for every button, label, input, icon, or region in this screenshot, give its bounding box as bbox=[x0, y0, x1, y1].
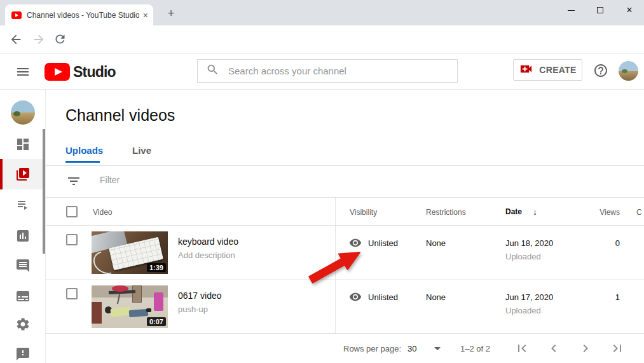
next-page-button[interactable] bbox=[578, 341, 593, 356]
settings-gear-icon bbox=[15, 317, 31, 332]
column-header-comments-clipped[interactable]: C bbox=[636, 208, 642, 217]
maximize-button[interactable] bbox=[586, 0, 615, 20]
thumbnail-suitcase-shape bbox=[154, 292, 163, 311]
youtube-favicon-icon bbox=[11, 11, 22, 19]
window-controls: × bbox=[556, 0, 644, 25]
visibility-value[interactable]: Unlisted bbox=[368, 292, 398, 302]
last-page-button[interactable] bbox=[610, 341, 625, 356]
thumbnail-door-shape bbox=[132, 285, 142, 303]
select-all-checkbox[interactable] bbox=[66, 206, 78, 217]
date-type: Uploaded bbox=[505, 252, 541, 261]
window-titlebar: Channel videos - YouTube Studio × + × bbox=[0, 0, 644, 25]
sidebar-item-analytics[interactable] bbox=[0, 221, 45, 251]
row-checkbox[interactable] bbox=[66, 288, 78, 299]
search-input[interactable] bbox=[228, 65, 449, 76]
create-label: CREATE bbox=[539, 65, 576, 75]
row-checkbox[interactable] bbox=[66, 234, 78, 245]
maximize-icon bbox=[597, 7, 603, 13]
create-button[interactable]: CREATE bbox=[513, 59, 582, 81]
date-type: Uploaded bbox=[505, 306, 541, 315]
account-avatar[interactable] bbox=[619, 61, 638, 81]
rows-per-page-select[interactable]: 30 bbox=[408, 344, 416, 353]
browser-tab[interactable]: Channel videos - YouTube Studio × bbox=[5, 4, 153, 25]
logo-text: Studio bbox=[73, 64, 116, 81]
studio-header: Studio CREATE bbox=[0, 54, 644, 90]
app-window: Channel videos - YouTube Studio × + × st… bbox=[0, 0, 644, 363]
first-page-button[interactable] bbox=[514, 341, 530, 356]
restrictions-value: None bbox=[426, 292, 446, 302]
youtube-studio-logo[interactable]: Studio bbox=[45, 63, 116, 81]
comments-icon bbox=[15, 258, 31, 273]
column-header-video[interactable]: Video bbox=[93, 208, 112, 217]
column-header-restrictions[interactable]: Restrictions bbox=[426, 208, 466, 217]
sidebar-item-send-feedback[interactable] bbox=[0, 339, 45, 363]
duration-badge: 0:07 bbox=[147, 317, 166, 326]
table-row[interactable]: 0:07 0617 video push-up Unlisted None Ju… bbox=[46, 280, 644, 334]
new-tab-button[interactable]: + bbox=[163, 5, 179, 22]
forward-button[interactable] bbox=[32, 32, 46, 46]
duration-badge: 1:39 bbox=[147, 263, 166, 272]
column-header-date[interactable]: Date bbox=[505, 207, 522, 216]
video-description[interactable]: push-up bbox=[178, 305, 208, 314]
tab-close-icon[interactable]: × bbox=[143, 11, 148, 20]
sidebar-item-comments[interactable] bbox=[0, 250, 45, 281]
dropdown-caret-icon[interactable] bbox=[434, 347, 441, 350]
video-thumbnail[interactable]: 0:07 bbox=[92, 285, 168, 328]
channel-search[interactable] bbox=[197, 59, 458, 83]
views-value: 0 bbox=[556, 238, 620, 248]
rows-per-page-label: Rows per page: bbox=[343, 344, 401, 353]
video-description[interactable]: Add description bbox=[178, 250, 235, 260]
thumbnail-person-shoe-shape bbox=[146, 308, 151, 312]
thumbnail-person-body-shape bbox=[110, 306, 131, 317]
tab-uploads[interactable]: Uploads bbox=[65, 145, 103, 156]
videos-icon bbox=[15, 167, 31, 182]
pagination-range: 1–2 of 2 bbox=[460, 344, 490, 353]
tab-title: Channel videos - YouTube Studio bbox=[27, 11, 139, 20]
subtitles-icon bbox=[15, 289, 31, 304]
column-header-views[interactable]: Views bbox=[556, 208, 620, 217]
sidebar-item-videos[interactable] bbox=[0, 159, 45, 189]
filter-icon bbox=[66, 174, 81, 189]
close-window-button[interactable]: × bbox=[615, 0, 644, 20]
sort-arrow-icon[interactable]: ↓ bbox=[533, 207, 537, 217]
channel-avatar[interactable] bbox=[11, 100, 35, 125]
visibility-eye-icon bbox=[349, 291, 362, 303]
active-tab-underline bbox=[65, 161, 100, 163]
views-value: 1 bbox=[556, 292, 620, 302]
column-header-visibility[interactable]: Visibility bbox=[350, 208, 377, 217]
dashboard-icon bbox=[15, 137, 31, 152]
help-icon[interactable] bbox=[593, 63, 608, 78]
browser-toolbar: studio.youtube.com/channel/UCy0_hgRIY6IB… bbox=[0, 25, 644, 54]
filter-input[interactable] bbox=[100, 175, 303, 185]
video-title[interactable]: 0617 video bbox=[178, 291, 222, 301]
date-value: Jun 18, 2020 bbox=[505, 238, 553, 248]
playlists-icon bbox=[15, 197, 31, 212]
thumbnail-red-object-shape bbox=[112, 285, 128, 292]
main-content: Channel videos Uploads Live Video Visibi… bbox=[46, 90, 644, 363]
feedback-icon bbox=[15, 346, 31, 362]
sidebar-item-settings[interactable] bbox=[0, 309, 45, 339]
previous-page-button[interactable] bbox=[546, 341, 561, 356]
close-icon: × bbox=[626, 5, 632, 15]
reload-button[interactable] bbox=[53, 32, 67, 46]
date-value: Jun 17, 2020 bbox=[505, 292, 553, 302]
tab-live[interactable]: Live bbox=[132, 145, 151, 156]
tabstrip-divider bbox=[46, 165, 644, 166]
table-footer: Rows per page: 30 1–2 of 2 bbox=[46, 334, 644, 363]
video-title[interactable]: keyboard video bbox=[178, 236, 238, 247]
search-icon bbox=[206, 63, 219, 79]
back-button[interactable] bbox=[9, 32, 23, 46]
visibility-value[interactable]: Unlisted bbox=[368, 238, 398, 248]
visibility-eye-icon bbox=[349, 236, 362, 249]
menu-hamburger-icon[interactable] bbox=[15, 64, 31, 79]
table-header: Video Visibility Restrictions Date ↓ Vie… bbox=[46, 197, 644, 226]
youtube-play-icon bbox=[45, 63, 70, 81]
video-thumbnail[interactable]: 1:39 bbox=[92, 231, 168, 274]
minimize-button[interactable] bbox=[556, 0, 586, 20]
sidebar-item-subtitles[interactable] bbox=[0, 281, 45, 312]
table-row[interactable]: 1:39 keyboard video Add description Unli… bbox=[46, 226, 644, 280]
thumbnail-chair-shape bbox=[92, 302, 102, 324]
video-camera-plus-icon bbox=[519, 62, 533, 79]
sidebar-item-dashboard[interactable] bbox=[0, 129, 45, 160]
sidebar-item-playlists[interactable] bbox=[0, 189, 45, 220]
